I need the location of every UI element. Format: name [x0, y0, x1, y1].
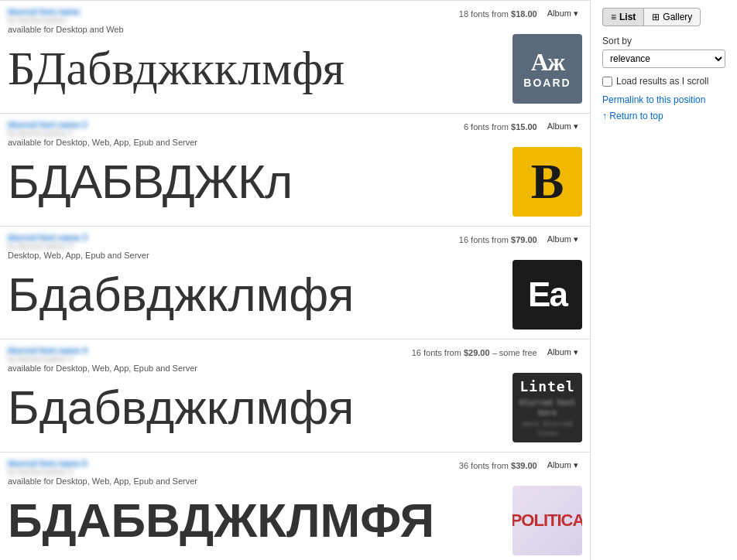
font-meta-left-2: blurred font name 2 by blurred author 2 …: [8, 120, 197, 147]
font-preview-text-5: БДАБВДЖКЛМФЯ: [8, 495, 505, 545]
font-author-4: by blurred author 4: [8, 355, 197, 364]
font-availability-1: available for Desktop and Web: [8, 25, 124, 34]
sort-select[interactable]: relevance popularity name date added: [602, 50, 725, 68]
thumb-1-content: Аж BOARD: [519, 46, 574, 92]
font-thumbnail-5[interactable]: POLITICA: [512, 486, 582, 555]
font-count-3: 16 fonts from $79.00: [459, 235, 537, 244]
font-meta-left-5: blurred font name 5 by blurred author 5 …: [8, 459, 197, 486]
font-thumbnail-4[interactable]: Lintel blurred text here more blurred li…: [512, 373, 582, 442]
font-price-row-2: 6 fonts from $15.00 Album: [464, 120, 582, 133]
font-entry-4: blurred font name 4 by blurred author 4 …: [0, 340, 590, 452]
font-author-2: by blurred author 2: [8, 129, 197, 138]
view-toggle: ≡ List ⊞ Gallery: [602, 8, 725, 26]
thumb-2-content: B: [512, 147, 582, 217]
font-entry-2: blurred font name 2 by blurred author 2 …: [0, 114, 590, 227]
font-preview-text-1: БДабвджкклмфя: [8, 43, 505, 94]
font-count-2: 6 fonts from $15.00: [464, 122, 537, 131]
load-results-checkbox[interactable]: [602, 77, 612, 87]
font-meta-left-3: blurred font name 3 by blurred author 3 …: [8, 233, 149, 260]
return-to-top-link[interactable]: ↑ Return to top: [602, 111, 663, 121]
font-meta-left-1: blurred font name by blurred author avai…: [8, 7, 124, 34]
font-thumbnail-2[interactable]: B: [512, 147, 582, 217]
font-preview-text-2: БДАБВДЖКл: [8, 156, 505, 207]
font-availability-2: available for Desktop, Web, App, Epub an…: [8, 138, 197, 147]
album-button-2[interactable]: Album: [543, 120, 582, 133]
thumb-3-content: Ea: [512, 260, 582, 330]
font-name-2[interactable]: blurred font name 2: [8, 120, 197, 129]
font-name-3[interactable]: blurred font name 3: [8, 233, 149, 242]
font-availability-5: available for Desktop, Web, App, Epub an…: [8, 476, 197, 486]
font-count-5: 36 fonts from $39.00: [459, 461, 537, 470]
font-author-5: by blurred author 5: [8, 468, 197, 476]
font-count-4: 16 fonts from $29.00 – some free: [412, 348, 537, 357]
font-entry-1: blurred font name by blurred author avai…: [0, 0, 590, 114]
font-preview-row-1: БДабвджкклмфя Аж BOARD: [8, 34, 582, 104]
load-results-label: Load results as I scroll: [616, 76, 708, 87]
font-preview-text-4: Бдабвджклмфя: [8, 382, 505, 432]
font-price-row-5: 36 fonts from $39.00 Album: [459, 459, 582, 472]
thumb-4-content: Lintel blurred text here more blurred li…: [512, 373, 582, 442]
font-thumbnail-3[interactable]: Ea: [512, 260, 582, 330]
sidebar: ≡ List ⊞ Gallery Sort by relevance popul…: [590, 0, 737, 560]
font-preview-row-2: БДАБВДЖКл B: [8, 147, 582, 217]
album-button-5[interactable]: Album: [543, 459, 582, 472]
font-name-1[interactable]: blurred font name: [8, 7, 124, 16]
font-price-row-1: 18 fonts from $18.00 Album: [459, 7, 582, 20]
list-view-button[interactable]: ≡ List: [602, 8, 643, 26]
gallery-view-button[interactable]: ⊞ Gallery: [643, 8, 701, 26]
font-count-1: 18 fonts from $18.00: [459, 9, 537, 19]
font-entry-5: blurred font name 5 by blurred author 5 …: [0, 452, 590, 560]
font-price-row-4: 16 fonts from $29.00 – some free Album: [412, 346, 582, 359]
font-author-3: by blurred author 3: [8, 242, 149, 251]
font-name-4[interactable]: blurred font name 4: [8, 346, 197, 355]
font-name-5[interactable]: blurred font name 5: [8, 459, 197, 468]
font-author-1: by blurred author: [8, 16, 124, 25]
thumb-5-content: POLITICA: [512, 486, 582, 555]
gallery-icon: ⊞: [652, 12, 660, 22]
font-availability-4: available for Desktop, Web, App, Epub an…: [8, 364, 197, 373]
list-icon: ≡: [611, 12, 616, 22]
load-results-row: Load results as I scroll: [602, 76, 725, 87]
album-button-4[interactable]: Album: [543, 346, 582, 359]
font-preview-row-3: Бдабвджклмфя Ea: [8, 260, 582, 330]
permalink-link[interactable]: Permalink to this position: [602, 94, 725, 105]
font-preview-row-4: Бдабвджклмфя Lintel blurred text here mo…: [8, 373, 582, 442]
font-thumbnail-1[interactable]: Аж BOARD: [512, 34, 582, 104]
sort-by-label: Sort by: [602, 36, 725, 46]
font-availability-3: Desktop, Web, App, Epub and Server: [8, 251, 149, 260]
font-price-row-3: 16 fonts from $79.00 Album: [459, 233, 582, 246]
font-preview-row-5: БДАБВДЖКЛМФЯ POLITICA: [8, 486, 582, 555]
album-button-1[interactable]: Album: [543, 7, 582, 20]
font-entry-3: blurred font name 3 by blurred author 3 …: [0, 227, 590, 340]
album-button-3[interactable]: Album: [543, 233, 582, 246]
font-meta-left-4: blurred font name 4 by blurred author 4 …: [8, 346, 197, 373]
font-preview-text-3: Бдабвджклмфя: [8, 269, 505, 319]
